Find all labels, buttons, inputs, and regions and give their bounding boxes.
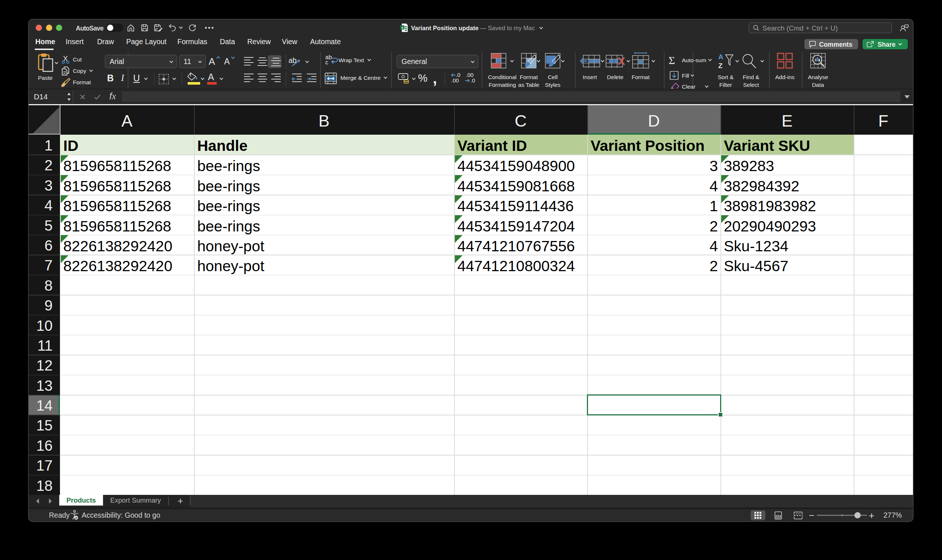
svg-text:x: x	[402, 26, 403, 29]
svg-text:Z: Z	[718, 62, 723, 69]
svg-text:A: A	[718, 53, 723, 61]
